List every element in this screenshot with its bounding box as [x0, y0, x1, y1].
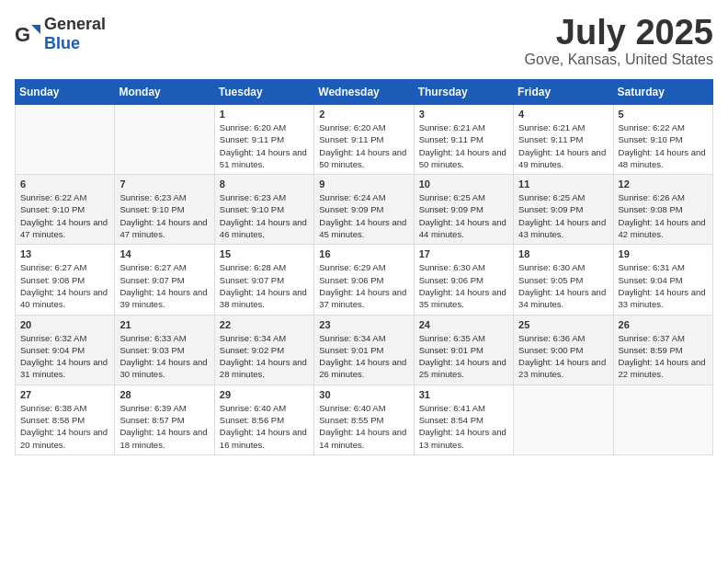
weekday-header: Sunday: [16, 80, 115, 105]
day-number: 4: [518, 109, 608, 120]
calendar-header-row: SundayMondayTuesdayWednesdayThursdayFrid…: [16, 80, 713, 105]
calendar-cell: 12Sunrise: 6:26 AMSunset: 9:08 PMDayligh…: [613, 175, 712, 245]
day-number: 9: [319, 178, 408, 190]
svg-text:G: G: [15, 23, 30, 46]
calendar-week-row: 20Sunrise: 6:32 AMSunset: 9:04 PMDayligh…: [16, 315, 713, 385]
day-number: 8: [220, 178, 309, 190]
calendar-cell: 29Sunrise: 6:40 AMSunset: 8:56 PMDayligh…: [214, 385, 313, 454]
calendar-cell: 30Sunrise: 6:40 AMSunset: 8:55 PMDayligh…: [314, 385, 414, 454]
day-number: 16: [319, 248, 408, 259]
calendar-cell: 19Sunrise: 6:31 AMSunset: 9:04 PMDayligh…: [613, 245, 712, 315]
calendar-week-row: 6Sunrise: 6:22 AMSunset: 9:10 PMDaylight…: [16, 175, 713, 245]
month-title: July 2025: [525, 15, 713, 50]
calendar-week-row: 27Sunrise: 6:38 AMSunset: 8:58 PMDayligh…: [16, 385, 713, 454]
day-info: Sunrise: 6:20 AMSunset: 9:11 PMDaylight:…: [319, 121, 408, 170]
page-header: G General Blue July 2025 Gove, Kansas, U…: [15, 15, 713, 68]
calendar-cell: 31Sunrise: 6:41 AMSunset: 8:54 PMDayligh…: [414, 385, 513, 454]
day-number: 21: [119, 319, 209, 330]
title-block: July 2025 Gove, Kansas, United States: [525, 15, 713, 68]
location-title: Gove, Kansas, United States: [525, 52, 713, 68]
calendar-cell: 1Sunrise: 6:20 AMSunset: 9:11 PMDaylight…: [214, 105, 313, 175]
calendar-cell: [16, 105, 115, 175]
day-info: Sunrise: 6:34 AMSunset: 9:02 PMDaylight:…: [220, 332, 309, 381]
calendar-cell: 21Sunrise: 6:33 AMSunset: 9:03 PMDayligh…: [115, 315, 214, 385]
calendar-cell: 9Sunrise: 6:24 AMSunset: 9:09 PMDaylight…: [314, 175, 414, 245]
logo: G General Blue: [15, 15, 106, 53]
day-info: Sunrise: 6:30 AMSunset: 9:06 PMDaylight:…: [419, 261, 508, 310]
day-info: Sunrise: 6:21 AMSunset: 9:11 PMDaylight:…: [518, 121, 608, 170]
day-number: 20: [20, 319, 109, 330]
day-info: Sunrise: 6:27 AMSunset: 9:08 PMDaylight:…: [20, 261, 109, 310]
calendar-cell: 23Sunrise: 6:34 AMSunset: 9:01 PMDayligh…: [314, 315, 414, 385]
day-number: 24: [419, 319, 508, 330]
day-number: 28: [119, 389, 209, 400]
day-number: 7: [119, 178, 209, 190]
day-number: 5: [619, 109, 708, 120]
calendar-cell: 26Sunrise: 6:37 AMSunset: 8:59 PMDayligh…: [613, 315, 712, 385]
day-number: 27: [20, 389, 109, 400]
calendar-cell: 14Sunrise: 6:27 AMSunset: 9:07 PMDayligh…: [115, 245, 214, 315]
day-info: Sunrise: 6:28 AMSunset: 9:07 PMDaylight:…: [220, 261, 309, 310]
day-number: 19: [619, 248, 708, 259]
day-info: Sunrise: 6:24 AMSunset: 9:09 PMDaylight:…: [319, 191, 408, 240]
day-info: Sunrise: 6:30 AMSunset: 9:05 PMDaylight:…: [518, 261, 608, 310]
calendar-week-row: 1Sunrise: 6:20 AMSunset: 9:11 PMDaylight…: [16, 105, 713, 175]
weekday-header: Monday: [115, 80, 214, 105]
day-info: Sunrise: 6:32 AMSunset: 9:04 PMDaylight:…: [20, 332, 109, 381]
calendar-cell: 13Sunrise: 6:27 AMSunset: 9:08 PMDayligh…: [16, 245, 115, 315]
day-info: Sunrise: 6:21 AMSunset: 9:11 PMDaylight:…: [419, 121, 508, 170]
calendar-cell: 8Sunrise: 6:23 AMSunset: 9:10 PMDaylight…: [214, 175, 313, 245]
day-number: 14: [119, 248, 209, 259]
day-number: 15: [220, 248, 309, 259]
calendar-cell: 4Sunrise: 6:21 AMSunset: 9:11 PMDaylight…: [514, 105, 613, 175]
calendar-cell: 28Sunrise: 6:39 AMSunset: 8:57 PMDayligh…: [115, 385, 214, 454]
calendar-cell: 6Sunrise: 6:22 AMSunset: 9:10 PMDaylight…: [16, 175, 115, 245]
calendar-cell: 18Sunrise: 6:30 AMSunset: 9:05 PMDayligh…: [514, 245, 613, 315]
day-number: 3: [419, 109, 508, 120]
calendar-cell: [613, 385, 712, 454]
calendar-week-row: 13Sunrise: 6:27 AMSunset: 9:08 PMDayligh…: [16, 245, 713, 315]
calendar-cell: 10Sunrise: 6:25 AMSunset: 9:09 PMDayligh…: [414, 175, 513, 245]
day-number: 1: [220, 109, 309, 120]
day-info: Sunrise: 6:40 AMSunset: 8:55 PMDaylight:…: [319, 402, 408, 451]
day-info: Sunrise: 6:22 AMSunset: 9:10 PMDaylight:…: [619, 121, 708, 170]
calendar-cell: 27Sunrise: 6:38 AMSunset: 8:58 PMDayligh…: [16, 385, 115, 454]
day-info: Sunrise: 6:25 AMSunset: 9:09 PMDaylight:…: [419, 191, 508, 240]
calendar-cell: 15Sunrise: 6:28 AMSunset: 9:07 PMDayligh…: [214, 245, 313, 315]
day-info: Sunrise: 6:39 AMSunset: 8:57 PMDaylight:…: [119, 402, 209, 451]
day-number: 31: [419, 389, 508, 400]
calendar-cell: [514, 385, 613, 454]
day-number: 12: [619, 178, 708, 190]
weekday-header: Wednesday: [314, 80, 414, 105]
calendar-cell: 25Sunrise: 6:36 AMSunset: 9:00 PMDayligh…: [514, 315, 613, 385]
calendar-cell: 2Sunrise: 6:20 AMSunset: 9:11 PMDaylight…: [314, 105, 414, 175]
calendar-cell: 5Sunrise: 6:22 AMSunset: 9:10 PMDaylight…: [613, 105, 712, 175]
day-number: 22: [220, 319, 309, 330]
day-number: 6: [20, 178, 109, 190]
day-info: Sunrise: 6:36 AMSunset: 9:00 PMDaylight:…: [518, 332, 608, 381]
logo-icon: G: [15, 21, 40, 47]
day-number: 30: [319, 389, 408, 400]
calendar-cell: 7Sunrise: 6:23 AMSunset: 9:10 PMDaylight…: [115, 175, 214, 245]
calendar-cell: 24Sunrise: 6:35 AMSunset: 9:01 PMDayligh…: [414, 315, 513, 385]
day-number: 23: [319, 319, 408, 330]
day-info: Sunrise: 6:29 AMSunset: 9:06 PMDaylight:…: [319, 261, 408, 310]
day-number: 29: [220, 389, 309, 400]
day-info: Sunrise: 6:41 AMSunset: 8:54 PMDaylight:…: [419, 402, 508, 451]
logo-general-text: General: [44, 15, 106, 33]
day-number: 25: [518, 319, 608, 330]
day-info: Sunrise: 6:37 AMSunset: 8:59 PMDaylight:…: [619, 332, 708, 381]
calendar-cell: 20Sunrise: 6:32 AMSunset: 9:04 PMDayligh…: [16, 315, 115, 385]
day-info: Sunrise: 6:25 AMSunset: 9:09 PMDaylight:…: [518, 191, 608, 240]
svg-marker-1: [31, 25, 40, 34]
day-number: 13: [20, 248, 109, 259]
weekday-header: Friday: [514, 80, 613, 105]
weekday-header: Saturday: [613, 80, 712, 105]
calendar-cell: [115, 105, 214, 175]
day-info: Sunrise: 6:34 AMSunset: 9:01 PMDaylight:…: [319, 332, 408, 381]
day-info: Sunrise: 6:26 AMSunset: 9:08 PMDaylight:…: [619, 191, 708, 240]
day-info: Sunrise: 6:22 AMSunset: 9:10 PMDaylight:…: [20, 191, 109, 240]
day-number: 10: [419, 178, 508, 190]
calendar-table: SundayMondayTuesdayWednesdayThursdayFrid…: [15, 79, 713, 455]
day-info: Sunrise: 6:31 AMSunset: 9:04 PMDaylight:…: [619, 261, 708, 310]
